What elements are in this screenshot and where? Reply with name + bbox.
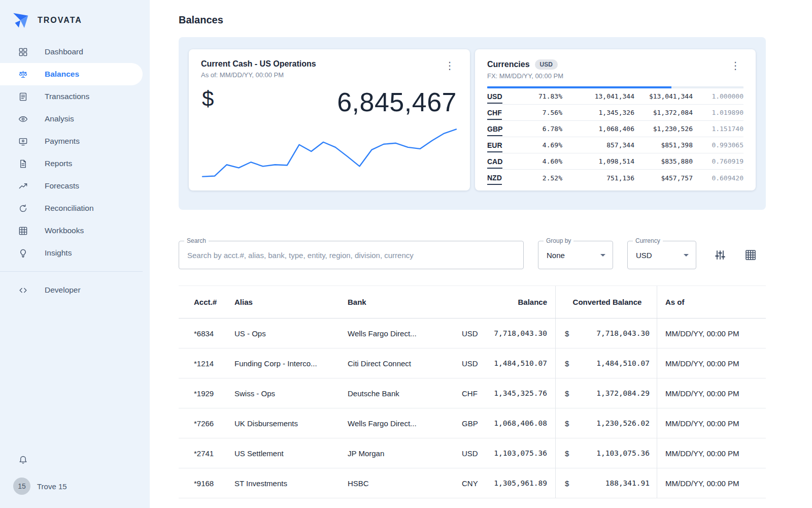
sidebar: TROVATA Dashboard Balances Transactions bbox=[0, 0, 150, 508]
currency-converted: $457,757 bbox=[634, 174, 693, 182]
currency-rate: 0.609420 bbox=[693, 174, 743, 182]
insights-icon bbox=[18, 248, 28, 258]
developer-icon bbox=[18, 285, 28, 295]
cell-alias: US Settlement bbox=[234, 449, 348, 458]
total-cash-amount: 6,845,467 bbox=[337, 87, 457, 117]
cell-acct: *2741 bbox=[179, 449, 234, 458]
sidebar-item-reconciliation[interactable]: Reconciliation bbox=[0, 197, 150, 219]
currency-amount: 1,345,326 bbox=[562, 109, 634, 116]
currency-converted: $13,041,344 bbox=[634, 92, 693, 100]
cell-bank: Deutsche Bank bbox=[348, 389, 462, 398]
cell-alias: ST Investments bbox=[234, 479, 348, 488]
cell-converted-symbol: $ bbox=[565, 449, 569, 458]
currencies-title: Currencies bbox=[487, 60, 530, 69]
sidebar-item-balances[interactable]: Balances bbox=[0, 63, 143, 85]
sidebar-item-reports[interactable]: Reports bbox=[0, 152, 150, 175]
fx-asof: FX: MM/DD/YY, 00:00 PM bbox=[487, 72, 563, 80]
brand-name: TROVATA bbox=[38, 16, 82, 25]
currency-row: CAD 4.60% 1,098,514 $835,880 0.760919 bbox=[487, 153, 743, 170]
analysis-icon bbox=[18, 114, 28, 124]
cell-bank: Wells Fargo Direct... bbox=[348, 419, 462, 428]
cell-asof: MM/DD/YY, 00:00 PM bbox=[657, 348, 765, 378]
grid-view-icon[interactable] bbox=[745, 249, 757, 261]
cell-balance: 1,484,510.07 bbox=[494, 359, 547, 367]
sidebar-item-transactions[interactable]: Transactions bbox=[0, 85, 150, 108]
table-row[interactable]: *1929 Swiss - Ops Deutsche Bank CHF1,345… bbox=[179, 378, 766, 408]
cell-converted: 1,230,526.02 bbox=[596, 419, 650, 427]
search-field: Search bbox=[179, 241, 524, 269]
cell-converted-symbol: $ bbox=[565, 389, 569, 398]
table-row[interactable]: *9168 ST Investments HSBC CNY1,305,961.8… bbox=[179, 468, 766, 498]
sidebar-item-payments[interactable]: Payments bbox=[0, 130, 150, 152]
currency-row: EUR 4.69% 857,344 $851,398 0.993065 bbox=[487, 137, 743, 153]
sidebar-item-label: Workbooks bbox=[45, 226, 84, 235]
cell-converted-symbol: $ bbox=[565, 359, 569, 368]
balances-table: Acct.# Alias Bank Balance Converted Bala… bbox=[179, 285, 766, 498]
currency-pct: 6.78% bbox=[512, 125, 562, 133]
sidebar-item-label: Dashboard bbox=[45, 47, 83, 56]
currency-row: USD 71.83% 13,041,344 $13,041,344 1.0000… bbox=[487, 88, 743, 105]
currency-amount: 1,068,406 bbox=[562, 125, 634, 133]
currency-row: NZD 2.52% 751,136 $457,757 0.609420 bbox=[487, 170, 743, 186]
chevron-down-icon bbox=[684, 254, 689, 257]
sidebar-item-insights[interactable]: Insights bbox=[0, 242, 150, 264]
sidebar-item-label: Insights bbox=[45, 248, 72, 258]
group-by-value: None bbox=[547, 251, 565, 260]
trove-badge: 15 bbox=[13, 478, 30, 495]
cash-card-kebab-icon[interactable]: ⋮ bbox=[442, 59, 458, 72]
sidebar-item-forecasts[interactable]: Forecasts bbox=[0, 175, 150, 197]
currency-row: GBP 6.78% 1,068,406 $1,230,526 1.151740 bbox=[487, 121, 743, 137]
currencies-card-kebab-icon[interactable]: ⋮ bbox=[727, 59, 743, 72]
cell-currency: CNY bbox=[462, 479, 478, 488]
currency-rate: 0.993065 bbox=[693, 141, 743, 149]
sidebar-item-developer[interactable]: Developer bbox=[0, 279, 150, 301]
trove-switcher[interactable]: 15 Trove 15 bbox=[13, 478, 67, 495]
cell-balance: 1,068,406.08 bbox=[494, 419, 547, 427]
currency-code: CAD bbox=[487, 157, 512, 166]
currency-code: USD bbox=[487, 92, 512, 101]
cell-bank: JP Morgan bbox=[348, 449, 462, 458]
sidebar-item-analysis[interactable]: Analysis bbox=[0, 108, 150, 130]
col-header-asof: As of bbox=[657, 286, 765, 318]
cell-asof: MM/DD/YY, 00:00 PM bbox=[657, 319, 765, 348]
cell-balance: 1,345,325.76 bbox=[494, 389, 547, 397]
search-input[interactable] bbox=[179, 241, 523, 269]
group-by-dropdown[interactable]: Group by None bbox=[538, 241, 613, 269]
group-by-label: Group by bbox=[544, 237, 573, 244]
cell-currency: CHF bbox=[462, 389, 478, 398]
col-header-converted: Converted Balance bbox=[555, 286, 657, 318]
currency-dropdown[interactable]: Currency USD bbox=[627, 241, 696, 269]
cell-acct: *6834 bbox=[179, 329, 234, 338]
notifications-bell-icon[interactable] bbox=[18, 454, 28, 464]
cell-currency: USD bbox=[462, 329, 478, 338]
brand: TROVATA bbox=[0, 0, 150, 41]
balances-icon bbox=[18, 70, 28, 79]
sidebar-item-label: Analysis bbox=[45, 114, 74, 123]
search-field-label: Search bbox=[184, 237, 209, 244]
sidebar-nav: Dashboard Balances Transactions Analysis bbox=[0, 41, 150, 264]
cell-converted: 1,372,084.29 bbox=[596, 389, 650, 397]
filter-settings-icon[interactable] bbox=[714, 249, 726, 261]
cash-card-asof: As of: MM/DD/YY, 00:00 PM bbox=[201, 71, 316, 79]
cell-alias: UK Disbursements bbox=[234, 419, 348, 428]
page-title: Balances bbox=[179, 14, 766, 26]
cell-currency: USD bbox=[462, 359, 478, 368]
table-row[interactable]: *1214 Funding Corp - Interco... Citi Dir… bbox=[179, 348, 766, 378]
sidebar-item-label: Reconciliation bbox=[45, 204, 94, 213]
cell-balance: 1,305,961.89 bbox=[494, 479, 547, 487]
currency-code: GBP bbox=[487, 125, 512, 133]
sidebar-item-workbooks[interactable]: Workbooks bbox=[0, 219, 150, 242]
currency-amount: 1,098,514 bbox=[562, 157, 634, 165]
table-row[interactable]: *6834 US - Ops Wells Fargo Direct... USD… bbox=[179, 319, 766, 348]
table-row[interactable]: *2741 US Settlement JP Morgan USD1,103,0… bbox=[179, 438, 766, 468]
currency-symbol: $ bbox=[202, 87, 214, 111]
currency-rate: 0.760919 bbox=[693, 157, 743, 165]
cell-acct: *9168 bbox=[179, 479, 234, 488]
cell-acct: *7266 bbox=[179, 419, 234, 428]
cell-currency: USD bbox=[462, 449, 478, 458]
table-row[interactable]: *7266 UK Disbursements Wells Fargo Direc… bbox=[179, 408, 766, 438]
sidebar-item-dashboard[interactable]: Dashboard bbox=[0, 41, 150, 63]
sidebar-item-label: Reports bbox=[45, 159, 72, 168]
cell-alias: US - Ops bbox=[234, 329, 348, 338]
currency-pct: 2.52% bbox=[512, 174, 562, 182]
